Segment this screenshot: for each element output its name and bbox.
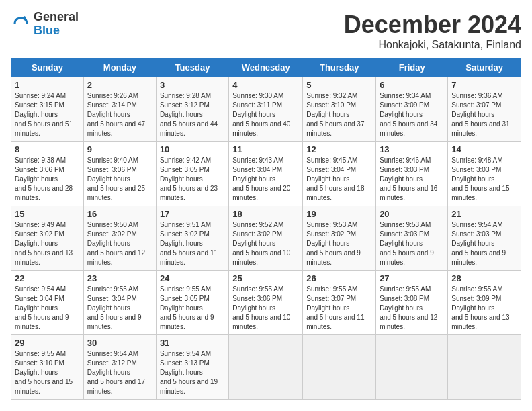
day-header-saturday: Saturday	[448, 58, 521, 77]
day-info: Sunrise: 9:50 AMSunset: 3:02 PMDaylight …	[87, 221, 145, 266]
subtitle: Honkajoki, Satakunta, Finland	[344, 39, 521, 51]
logo-blue: Blue	[34, 24, 79, 38]
calendar-cell: 5 Sunrise: 9:32 AMSunset: 3:10 PMDayligh…	[303, 77, 376, 142]
day-number: 25	[232, 273, 299, 283]
day-info: Sunrise: 9:55 AMSunset: 3:07 PMDaylight …	[306, 285, 364, 330]
week-row-3: 15 Sunrise: 9:49 AMSunset: 3:02 PMDaylig…	[11, 206, 521, 271]
logo-text: General Blue	[34, 11, 79, 38]
calendar-cell: 28 Sunrise: 9:55 AMSunset: 3:09 PMDaylig…	[448, 271, 521, 335]
calendar-cell	[229, 335, 303, 400]
day-number: 10	[160, 144, 225, 154]
day-number: 29	[15, 338, 80, 348]
day-info: Sunrise: 9:53 AMSunset: 3:02 PMDaylight …	[306, 221, 361, 266]
calendar-cell: 29 Sunrise: 9:55 AMSunset: 3:10 PMDaylig…	[11, 335, 84, 400]
day-header-thursday: Thursday	[303, 58, 376, 77]
calendar-cell: 24 Sunrise: 9:55 AMSunset: 3:05 PMDaylig…	[156, 271, 228, 335]
day-number: 16	[87, 209, 152, 219]
logo-general: General	[34, 11, 79, 24]
day-info: Sunrise: 9:55 AMSunset: 3:08 PMDaylight …	[380, 285, 437, 330]
logo: General Blue	[11, 11, 79, 38]
calendar-cell: 11 Sunrise: 9:43 AMSunset: 3:04 PMDaylig…	[229, 142, 303, 206]
day-number: 13	[380, 144, 444, 154]
day-info: Sunrise: 9:54 AMSunset: 3:13 PMDaylight …	[160, 350, 218, 395]
day-number: 23	[87, 273, 152, 283]
week-row-1: 1 Sunrise: 9:24 AMSunset: 3:15 PMDayligh…	[11, 77, 521, 142]
day-number: 18	[232, 209, 299, 219]
main-title: December 2024	[344, 11, 521, 39]
day-info: Sunrise: 9:54 AMSunset: 3:03 PMDaylight …	[451, 221, 506, 266]
calendar-cell: 18 Sunrise: 9:52 AMSunset: 3:02 PMDaylig…	[229, 206, 303, 271]
day-info: Sunrise: 9:43 AMSunset: 3:04 PMDaylight …	[232, 156, 290, 201]
day-info: Sunrise: 9:55 AMSunset: 3:10 PMDaylight …	[15, 350, 73, 395]
day-info: Sunrise: 9:55 AMSunset: 3:09 PMDaylight …	[451, 285, 509, 330]
day-info: Sunrise: 9:53 AMSunset: 3:03 PMDaylight …	[380, 221, 434, 266]
day-number: 1	[15, 80, 80, 90]
day-info: Sunrise: 9:24 AMSunset: 3:15 PMDaylight …	[15, 92, 73, 137]
day-info: Sunrise: 9:28 AMSunset: 3:12 PMDaylight …	[160, 92, 218, 137]
calendar-cell: 30 Sunrise: 9:54 AMSunset: 3:12 PMDaylig…	[83, 335, 156, 400]
calendar-cell: 31 Sunrise: 9:54 AMSunset: 3:13 PMDaylig…	[156, 335, 228, 400]
day-number: 17	[160, 209, 225, 219]
calendar-cell: 16 Sunrise: 9:50 AMSunset: 3:02 PMDaylig…	[83, 206, 156, 271]
calendar-cell	[448, 335, 521, 400]
day-number: 28	[451, 273, 517, 283]
day-info: Sunrise: 9:52 AMSunset: 3:02 PMDaylight …	[232, 221, 290, 266]
calendar-cell: 9 Sunrise: 9:40 AMSunset: 3:06 PMDayligh…	[83, 142, 156, 206]
day-number: 8	[15, 144, 80, 154]
day-number: 31	[160, 338, 225, 348]
calendar-cell: 8 Sunrise: 9:38 AMSunset: 3:06 PMDayligh…	[11, 142, 84, 206]
day-number: 3	[160, 80, 225, 90]
calendar-cell: 14 Sunrise: 9:48 AMSunset: 3:03 PMDaylig…	[448, 142, 521, 206]
day-info: Sunrise: 9:55 AMSunset: 3:06 PMDaylight …	[232, 285, 290, 330]
day-info: Sunrise: 9:55 AMSunset: 3:05 PMDaylight …	[160, 285, 214, 330]
calendar-cell: 12 Sunrise: 9:45 AMSunset: 3:04 PMDaylig…	[303, 142, 376, 206]
day-number: 5	[306, 80, 372, 90]
day-info: Sunrise: 9:26 AMSunset: 3:14 PMDaylight …	[87, 92, 145, 137]
calendar-cell	[376, 335, 448, 400]
calendar-cell: 4 Sunrise: 9:30 AMSunset: 3:11 PMDayligh…	[229, 77, 303, 142]
day-number: 20	[380, 209, 444, 219]
day-header-friday: Friday	[376, 58, 448, 77]
calendar-cell: 15 Sunrise: 9:49 AMSunset: 3:02 PMDaylig…	[11, 206, 84, 271]
day-number: 30	[87, 338, 152, 348]
header-row: SundayMondayTuesdayWednesdayThursdayFrid…	[11, 58, 521, 77]
calendar-cell: 7 Sunrise: 9:36 AMSunset: 3:07 PMDayligh…	[448, 77, 521, 142]
day-info: Sunrise: 9:45 AMSunset: 3:04 PMDaylight …	[306, 156, 364, 201]
day-info: Sunrise: 9:48 AMSunset: 3:03 PMDaylight …	[451, 156, 509, 201]
day-info: Sunrise: 9:55 AMSunset: 3:04 PMDaylight …	[87, 285, 142, 330]
day-number: 9	[87, 144, 152, 154]
calendar-cell: 21 Sunrise: 9:54 AMSunset: 3:03 PMDaylig…	[448, 206, 521, 271]
day-number: 4	[232, 80, 299, 90]
day-info: Sunrise: 9:51 AMSunset: 3:02 PMDaylight …	[160, 221, 218, 266]
calendar-cell: 22 Sunrise: 9:54 AMSunset: 3:04 PMDaylig…	[11, 271, 84, 335]
week-row-4: 22 Sunrise: 9:54 AMSunset: 3:04 PMDaylig…	[11, 271, 521, 335]
day-info: Sunrise: 9:40 AMSunset: 3:06 PMDaylight …	[87, 156, 145, 201]
day-number: 22	[15, 273, 80, 283]
day-number: 15	[15, 209, 80, 219]
header: General Blue December 2024 Honkajoki, Sa…	[11, 11, 521, 51]
calendar-cell: 2 Sunrise: 9:26 AMSunset: 3:14 PMDayligh…	[83, 77, 156, 142]
day-info: Sunrise: 9:42 AMSunset: 3:05 PMDaylight …	[160, 156, 218, 201]
calendar-cell: 1 Sunrise: 9:24 AMSunset: 3:15 PMDayligh…	[11, 77, 84, 142]
title-area: December 2024 Honkajoki, Satakunta, Finl…	[344, 11, 521, 51]
day-info: Sunrise: 9:32 AMSunset: 3:10 PMDaylight …	[306, 92, 364, 137]
day-info: Sunrise: 9:54 AMSunset: 3:12 PMDaylight …	[87, 350, 145, 395]
week-row-5: 29 Sunrise: 9:55 AMSunset: 3:10 PMDaylig…	[11, 335, 521, 400]
calendar-table: SundayMondayTuesdayWednesdayThursdayFrid…	[11, 58, 521, 400]
day-info: Sunrise: 9:49 AMSunset: 3:02 PMDaylight …	[15, 221, 73, 266]
calendar-cell: 3 Sunrise: 9:28 AMSunset: 3:12 PMDayligh…	[156, 77, 228, 142]
day-number: 27	[380, 273, 444, 283]
calendar-cell: 6 Sunrise: 9:34 AMSunset: 3:09 PMDayligh…	[376, 77, 448, 142]
day-info: Sunrise: 9:38 AMSunset: 3:06 PMDaylight …	[15, 156, 73, 201]
day-number: 11	[232, 144, 299, 154]
day-header-tuesday: Tuesday	[156, 58, 228, 77]
calendar-cell: 27 Sunrise: 9:55 AMSunset: 3:08 PMDaylig…	[376, 271, 448, 335]
day-number: 7	[451, 80, 517, 90]
calendar-cell: 25 Sunrise: 9:55 AMSunset: 3:06 PMDaylig…	[229, 271, 303, 335]
day-number: 2	[87, 80, 152, 90]
day-header-wednesday: Wednesday	[229, 58, 303, 77]
calendar-cell	[303, 335, 376, 400]
day-info: Sunrise: 9:36 AMSunset: 3:07 PMDaylight …	[451, 92, 509, 137]
day-info: Sunrise: 9:30 AMSunset: 3:11 PMDaylight …	[232, 92, 290, 137]
calendar-cell: 23 Sunrise: 9:55 AMSunset: 3:04 PMDaylig…	[83, 271, 156, 335]
